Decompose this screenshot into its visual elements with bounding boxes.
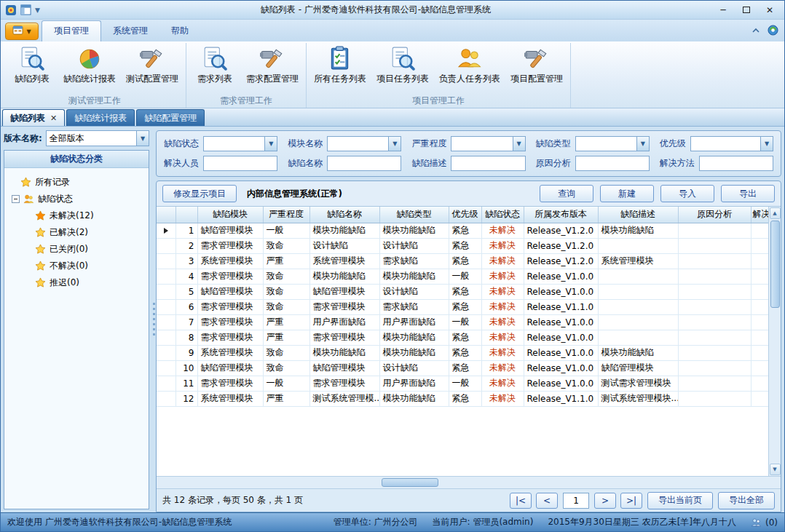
tree-item[interactable]: 推迟(0) xyxy=(7,274,146,291)
table-cell[interactable]: 需求管理模块 xyxy=(197,269,263,284)
table-cell[interactable]: Release_V1.0.0 xyxy=(524,314,598,330)
table-cell[interactable] xyxy=(751,391,768,406)
ribbon-tab[interactable]: 系统管理 xyxy=(101,21,159,41)
tree-item[interactable]: 缺陷状态 xyxy=(7,191,146,207)
filter-input[interactable] xyxy=(575,156,650,171)
table-cell[interactable]: 未解决 xyxy=(481,223,524,238)
tree-item[interactable]: 不解决(0) xyxy=(7,258,146,274)
table-cell[interactable]: Release_V1.0.0 xyxy=(524,360,598,376)
filter-input[interactable] xyxy=(203,156,277,171)
table-cell[interactable]: 设计缺陷 xyxy=(379,284,449,299)
table-cell[interactable] xyxy=(678,253,751,269)
table-cell[interactable]: 紧急 xyxy=(449,360,481,376)
table-cell[interactable]: 未解决 xyxy=(481,376,524,391)
chevron-down-icon[interactable]: ▼ xyxy=(760,137,773,151)
ribbon-button[interactable]: 项目任务列表 xyxy=(371,43,434,85)
tree-item[interactable]: 未解决(12) xyxy=(7,207,146,224)
table-cell[interactable]: 模块功能缺陷 xyxy=(309,345,379,360)
table-cell[interactable] xyxy=(751,299,768,314)
table-cell[interactable] xyxy=(678,269,751,284)
table-cell[interactable]: Release_V1.2.0 xyxy=(524,253,598,269)
table-row[interactable]: 12系统管理模块严重测试系统管理模...模块功能缺陷紧急未解决Release_V… xyxy=(157,391,768,406)
export-all-button[interactable]: 导出全部 xyxy=(718,492,775,509)
filter-combobox[interactable]: ▼ xyxy=(690,136,773,151)
table-row[interactable]: 10缺陷管理模块致命缺陷管理模块设计缺陷紧急未解决Release_V1.0.0缺… xyxy=(157,360,768,376)
document-tab[interactable]: 缺陷统计报表 xyxy=(66,109,135,126)
table-cell[interactable]: 用户界面缺陷 xyxy=(379,314,449,330)
table-cell[interactable]: 模块功能缺陷 xyxy=(598,345,678,360)
page-number-input[interactable] xyxy=(563,493,589,509)
table-cell[interactable] xyxy=(751,360,768,376)
table-cell[interactable] xyxy=(598,330,678,345)
table-row[interactable]: 7需求管理模块严重用户界面缺陷用户界面缺陷一般未解决Release_V1.0.0 xyxy=(157,314,768,330)
table-cell[interactable] xyxy=(751,376,768,391)
table-cell[interactable]: 设计缺陷 xyxy=(379,238,449,253)
query-button[interactable]: 查询 xyxy=(540,185,593,202)
table-cell[interactable]: 模块功能缺陷 xyxy=(309,223,379,238)
table-cell[interactable]: 设计缺陷 xyxy=(379,360,449,376)
table-cell[interactable]: 紧急 xyxy=(449,345,481,360)
table-cell[interactable]: Release_V1.2.0 xyxy=(524,223,598,238)
table-cell[interactable]: 一般 xyxy=(449,376,481,391)
table-cell[interactable] xyxy=(678,299,751,314)
row-selector-cell[interactable] xyxy=(157,330,175,345)
table-cell[interactable]: 模块功能缺陷 xyxy=(379,345,449,360)
table-cell[interactable]: 需求管理模块 xyxy=(197,299,263,314)
table-cell[interactable] xyxy=(678,284,751,299)
table-cell[interactable]: 缺陷管理模块 xyxy=(197,360,263,376)
table-cell[interactable]: 未解决 xyxy=(481,269,524,284)
table-cell[interactable]: 系统管理模块 xyxy=(598,253,678,269)
table-cell[interactable]: 缺陷管理模块 xyxy=(309,360,379,376)
table-cell[interactable]: 严重 xyxy=(263,253,309,269)
table-cell[interactable]: 未解决 xyxy=(481,253,524,269)
filter-input[interactable] xyxy=(699,156,773,171)
layout-icon[interactable] xyxy=(20,4,31,15)
table-cell[interactable]: 系统管理模块 xyxy=(197,345,263,360)
table-row[interactable]: 6需求管理模块致命需求管理模块需求缺陷紧急未解决Release_V1.1.0 xyxy=(157,299,768,314)
table-cell[interactable]: 模块功能缺陷 xyxy=(598,223,678,238)
table-cell[interactable]: 一般 xyxy=(263,223,309,238)
table-cell[interactable]: 模块功能缺陷 xyxy=(309,269,379,284)
table-row[interactable]: 9系统管理模块致命模块功能缺陷模块功能缺陷紧急未解决Release_V1.0.0… xyxy=(157,345,768,360)
table-cell[interactable]: 未解决 xyxy=(481,330,524,345)
table-cell[interactable] xyxy=(678,391,751,406)
table-cell[interactable]: 未解决 xyxy=(481,360,524,376)
table-cell[interactable]: Release_V1.0.0 xyxy=(524,330,598,345)
table-cell[interactable]: 用户界面缺陷 xyxy=(309,314,379,330)
horizontal-scrollbar[interactable] xyxy=(157,476,781,488)
table-cell[interactable]: 一般 xyxy=(449,314,481,330)
app-icon[interactable] xyxy=(5,4,17,16)
table-row[interactable]: 3系统管理模块严重系统管理模块需求缺陷紧急未解决Release_V1.2.0系统… xyxy=(157,253,768,269)
table-cell[interactable]: 模块功能缺陷 xyxy=(379,223,449,238)
table-row[interactable]: 2需求管理模块致命设计缺陷设计缺陷紧急未解决Release_V1.2.0 xyxy=(157,238,768,253)
table-cell[interactable]: 设计缺陷 xyxy=(309,238,379,253)
ribbon-tab[interactable]: 帮助 xyxy=(159,21,200,41)
vertical-scroll-thumb[interactable] xyxy=(770,221,780,308)
table-cell[interactable] xyxy=(751,284,768,299)
table-cell[interactable]: 紧急 xyxy=(449,391,481,406)
table-cell[interactable] xyxy=(751,330,768,345)
collapse-expander-icon[interactable] xyxy=(12,195,20,203)
scroll-down-icon[interactable]: ▼ xyxy=(770,464,781,475)
table-cell[interactable]: 致命 xyxy=(263,269,309,284)
column-header[interactable]: 缺陷模块 xyxy=(197,207,263,223)
export-current-page-button[interactable]: 导出当前页 xyxy=(647,492,713,509)
table-row[interactable]: 11需求管理模块一般需求管理模块用户界面缺陷一般未解决Release_V1.0.… xyxy=(157,376,768,391)
chevron-down-icon[interactable]: ▼ xyxy=(513,137,525,151)
table-cell[interactable] xyxy=(751,223,768,238)
table-cell[interactable]: Release_V1.0.0 xyxy=(524,376,598,391)
table-cell[interactable] xyxy=(751,314,768,330)
new-button[interactable]: 新建 xyxy=(600,185,654,202)
table-cell[interactable]: 需求管理模块 xyxy=(309,299,379,314)
help-icon[interactable] xyxy=(768,25,778,38)
table-cell[interactable]: 致命 xyxy=(263,299,309,314)
application-menu-button[interactable]: ▼ xyxy=(5,23,39,40)
row-selector-cell[interactable] xyxy=(157,360,175,376)
column-header[interactable]: 缺陷名称 xyxy=(309,207,379,223)
document-tab[interactable]: 缺陷列表✕ xyxy=(2,109,65,126)
table-cell[interactable]: Release_V1.0.0 xyxy=(524,284,598,299)
table-cell[interactable]: 未解决 xyxy=(481,238,524,253)
table-cell[interactable]: 需求缺陷 xyxy=(379,253,449,269)
column-header[interactable]: 优先级 xyxy=(449,207,481,223)
table-cell[interactable]: 未解决 xyxy=(481,314,524,330)
